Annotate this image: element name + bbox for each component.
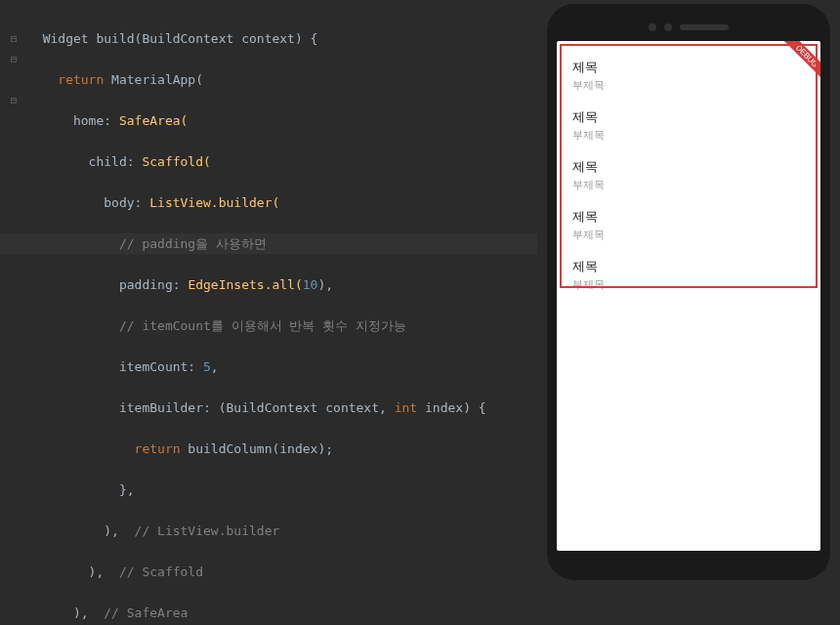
list-tile[interactable]: 제목 부제목 xyxy=(567,200,811,250)
sensor-icon xyxy=(664,23,672,31)
phone-screen[interactable]: DEBUG 제목 부제목 제목 부제목 제목 부제목 제목 부제목 xyxy=(557,41,820,551)
tile-title: 제목 xyxy=(572,108,805,126)
phone-chin xyxy=(557,551,820,570)
tile-subtitle: 부제목 xyxy=(572,128,805,143)
tile-title: 제목 xyxy=(572,208,805,226)
tile-title: 제목 xyxy=(572,59,805,76)
speaker-icon xyxy=(680,24,729,30)
tile-subtitle: 부제목 xyxy=(572,178,805,192)
list-tile[interactable]: 제목 부제목 xyxy=(567,51,811,101)
fold-icon[interactable] xyxy=(0,8,27,28)
list-tile[interactable]: 제목 부제목 xyxy=(567,150,811,200)
tile-title: 제목 xyxy=(572,158,805,176)
phone-frame: DEBUG 제목 부제목 제목 부제목 제목 부제목 제목 부제목 xyxy=(547,4,830,580)
tile-title: 제목 xyxy=(572,258,805,275)
list-view[interactable]: 제목 부제목 제목 부제목 제목 부제목 제목 부제목 제목 부제목 xyxy=(557,41,820,310)
list-tile[interactable]: 제목 부제목 xyxy=(567,250,811,300)
phone-notch xyxy=(557,14,820,41)
fold-icon[interactable]: ⊟ xyxy=(0,90,27,110)
code-block: Widget build(BuildContext context) { ret… xyxy=(27,8,537,625)
code-editor[interactable]: ⊟ ⊟ ⊟ Widget build(BuildContext context)… xyxy=(0,0,537,625)
camera-icon xyxy=(649,23,656,31)
gutter: ⊟ ⊟ ⊟ xyxy=(0,8,27,110)
fold-icon[interactable]: ⊟ xyxy=(0,49,27,69)
tile-subtitle: 부제목 xyxy=(572,277,805,292)
list-tile[interactable]: 제목 부제목 xyxy=(567,101,811,150)
tile-subtitle: 부제목 xyxy=(572,78,805,93)
tile-subtitle: 부제목 xyxy=(572,228,805,242)
device-preview-pane: DEBUG 제목 부제목 제목 부제목 제목 부제목 제목 부제목 xyxy=(537,0,840,625)
fold-icon[interactable]: ⊟ xyxy=(0,28,27,49)
